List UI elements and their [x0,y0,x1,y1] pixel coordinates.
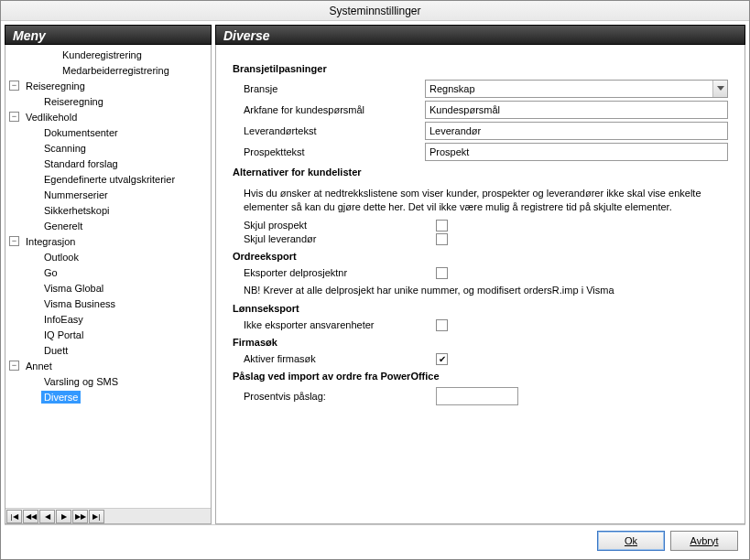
tree-item[interactable]: Nummerserier [5,187,211,202]
section-ordre: Ordreeksport [233,251,728,262]
window-title: Systeminnstillinger [1,1,749,21]
input-levtekst[interactable] [425,122,728,140]
right-column: Diverse Bransjetilpasninger Bransje [215,25,745,524]
tree-item[interactable]: Visma Business [5,296,211,311]
tree-item[interactable]: Go [5,264,211,280]
tree-item-label: Varsling og SMS [41,375,121,388]
section-firmasok: Firmasøk [233,337,728,348]
checkbox-skjul-lev[interactable] [436,233,448,245]
label-prospekttekst: Prospekttekst [233,146,425,157]
checkbox-ikke-eksporter[interactable] [436,319,448,331]
tree-item[interactable]: Reiseregning [5,93,211,109]
tree-toggle-icon[interactable]: − [9,361,19,371]
label-levtekst: Leverandørtekst [233,125,425,136]
record-navigator: |◀◀◀◀▶▶▶▶| [5,508,211,523]
tree-item[interactable]: Duett [5,342,211,358]
tree-item-label: Vedlikehold [23,111,80,124]
ok-button-label: Ok [625,535,637,546]
tree-item-label: Integrasjon [23,235,78,248]
tree-item-label: Scanning [41,142,89,155]
tree-item[interactable]: Medarbeiderregistrering [5,62,211,78]
label-eksporter-del: Eksporter delprosjektnr [233,267,436,278]
row-levtekst: Leverandørtekst [233,122,728,140]
tree-item[interactable]: −Reiseregning [5,78,211,93]
tree-panel: KunderegistreringMedarbeiderregistrering… [5,45,212,524]
tree-item-label: Annet [23,360,55,372]
right-header: Diverse [215,25,745,45]
tree-item-label: Sikkerhetskopi [41,204,113,217]
cancel-button-label: Avbryt [690,535,719,546]
nav-button[interactable]: |◀ [6,510,22,523]
tree-item[interactable]: −Vedlikehold [5,109,211,124]
row-ikke-eksporter: Ikke eksporter ansvarenheter [233,319,728,331]
nav-button[interactable]: ▶▶ [72,510,88,523]
tree-item[interactable]: Outlook [5,249,211,264]
nav-button[interactable]: ▶ [56,510,71,523]
tree-item-label: Duett [41,344,71,357]
tree-item[interactable]: Generelt [5,218,211,233]
checkbox-skjul-prospekt[interactable] [436,220,448,232]
tree-item[interactable]: Diverse [5,389,211,404]
nav-button[interactable]: ◀◀ [23,510,38,523]
nav-button[interactable]: ▶| [89,510,104,523]
tree-item[interactable]: Varsling og SMS [5,373,211,389]
row-arkfane: Arkfane for kundespørsmål [233,101,728,119]
tree-item-label: Nummerserier [41,188,111,201]
tree-item-label: Diverse [41,391,81,404]
tree-item-label: Standard forslag [41,157,121,170]
tree-item-label: Visma Global [41,282,106,295]
tree-toggle-icon[interactable]: − [9,81,19,91]
tree-toggle-icon[interactable]: − [9,236,19,246]
left-column: Meny KunderegistreringMedarbeiderregistr… [5,25,212,524]
tree-item-label: IQ Portal [41,328,86,341]
row-eksporter-del: Eksporter delprosjektnr [233,267,728,279]
tree-item[interactable]: Standard forslag [5,156,211,171]
input-prosentvis[interactable] [436,387,518,405]
tree-item[interactable]: Egendefinerte utvalgskriterier [5,171,211,187]
label-skjul-lev: Skjul leverandør [233,233,436,244]
content: Bransjetilpasninger Bransje Arkfane for … [216,45,745,523]
select-bransje-wrap [425,80,728,98]
left-header: Meny [5,25,212,45]
tree-item-label: Outlook [41,251,82,264]
input-prospekttekst[interactable] [425,143,728,161]
tree-item[interactable]: Sikkerhetskopi [5,202,211,218]
footer: Ok Avbryt [5,524,745,555]
tree-item[interactable]: Kunderegistrering [5,47,211,62]
content-panel: Bransjetilpasninger Bransje Arkfane for … [215,45,745,524]
label-aktiver-firmasok: Aktiver firmasøk [233,353,436,364]
row-bransje: Bransje [233,80,728,98]
row-prosentvis: Prosentvis påslag: [233,387,728,405]
select-bransje[interactable] [425,80,728,98]
row-skjul-prospekt: Skjul prospekt [233,220,728,232]
checkbox-eksporter-del[interactable] [436,267,448,279]
help-alt: Hvis du ønsker at nedtrekkslistene som v… [233,183,728,218]
nav-button[interactable]: ◀ [39,510,55,523]
tree-toggle-icon[interactable]: − [9,112,19,122]
tree-item[interactable]: Scanning [5,140,211,156]
tree-item-label: Reiseregning [23,80,88,92]
ok-button[interactable]: Ok [597,531,665,551]
tree-item[interactable]: InfoEasy [5,311,211,327]
tree-item-label: Egendefinerte utvalgskriterier [41,173,178,186]
section-alt: Alternativer for kundelister [233,167,728,178]
tree-item[interactable]: Dokumentsenter [5,124,211,140]
section-paslag: Påslag ved import av ordre fra PowerOffi… [233,371,728,382]
window: Systeminnstillinger Meny Kunderegistreri… [0,0,750,560]
cancel-button[interactable]: Avbryt [670,531,738,551]
tree-item[interactable]: −Integrasjon [5,233,211,249]
tree-item[interactable]: Visma Global [5,280,211,296]
tree-item-label: InfoEasy [41,313,86,326]
section-lonn: Lønnseksport [233,303,728,314]
tree-item-label: Dokumentsenter [41,126,121,139]
tree-item[interactable]: IQ Portal [5,327,211,342]
tree-item-label: Go [41,266,60,279]
checkbox-aktiver-firmasok[interactable]: ✔ [436,353,448,365]
row-prospekttekst: Prospekttekst [233,143,728,161]
label-bransje: Bransje [233,83,425,94]
panes: Meny KunderegistreringMedarbeiderregistr… [5,25,745,524]
tree-item[interactable]: −Annet [5,358,211,373]
input-arkfane[interactable] [425,101,728,119]
label-prosentvis: Prosentvis påslag: [233,391,436,402]
tree-scroll[interactable]: KunderegistreringMedarbeiderregistrering… [5,45,211,508]
